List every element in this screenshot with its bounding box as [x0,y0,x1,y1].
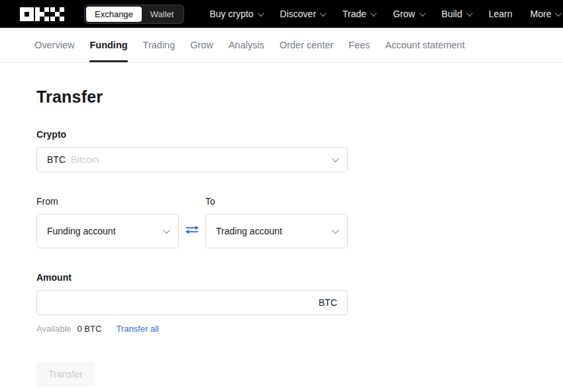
nav-item-label: Buy crypto [209,9,253,19]
swap-accounts-button[interactable] [179,213,205,247]
transfer-page: Transfer Crypto BTC Bitcoin From Funding… [0,63,563,387]
tab-overview[interactable]: Overview [34,28,74,62]
available-label: Available [36,324,72,334]
available-value: 0 BTC [77,324,102,334]
top-nav-menu: Buy crypto Discover Trade Grow Build Lea… [209,9,560,19]
nav-item-label: Trade [342,9,366,19]
nav-item-grow[interactable]: Grow [393,9,423,19]
nav-item-build[interactable]: Build [442,9,471,19]
tab-trading[interactable]: Trading [143,28,176,62]
crypto-name-placeholder: Bitcoin [71,154,99,165]
crypto-symbol: BTC [47,154,66,165]
transfer-submit-button[interactable]: Transfer [36,362,95,387]
amount-currency: BTC [319,297,337,308]
exchange-wallet-toggle: Exchange Wallet [84,5,184,24]
tab-fees[interactable]: Fees [348,28,370,62]
from-label: From [36,196,179,207]
nav-item-trade[interactable]: Trade [342,9,375,19]
tab-order-center[interactable]: Order center [280,28,333,62]
from-account-select[interactable]: Funding account [36,214,179,248]
okx-logo[interactable] [20,7,64,21]
nav-item-label: Grow [393,9,415,19]
amount-input-wrap: BTC [36,290,348,315]
swap-arrows-icon [185,224,199,235]
nav-item-label: Discover [280,9,316,19]
chevron-down-icon [332,155,339,162]
okx-logo-k-glyph [35,7,49,21]
chevron-down-icon [370,10,377,17]
toggle-wallet[interactable]: Wallet [142,7,183,22]
tab-analysis[interactable]: Analysis [229,28,264,62]
amount-label: Amount [36,272,527,283]
crypto-label: Crypto [36,129,527,140]
chevron-down-icon [466,10,473,17]
available-row: Available 0 BTC Transfer all [36,324,527,334]
okx-logo-x-glyph [50,7,64,21]
from-account-value: Funding account [47,226,163,236]
to-account-value: Trading account [216,226,332,236]
chevron-down-icon [320,10,327,17]
to-column: To Trading account [205,196,348,248]
nav-item-label: More [531,9,552,19]
amount-input[interactable] [47,297,313,308]
crypto-select[interactable]: BTC Bitcoin [36,147,348,172]
tab-funding[interactable]: Funding [89,28,127,62]
chevron-down-icon [419,10,426,17]
okx-logo-o-glyph [20,7,34,21]
from-to-section: From Funding account To Trading account [36,196,527,248]
nav-item-learn[interactable]: Learn [489,9,513,19]
nav-item-label: Build [442,9,462,19]
chevron-down-icon [163,226,170,234]
chevron-down-icon [332,226,339,234]
chevron-down-icon [258,10,264,17]
tab-account-statement[interactable]: Account statement [385,28,465,62]
nav-item-more[interactable]: More [531,9,560,19]
amount-section: Amount BTC Available 0 BTC Transfer all [36,272,527,334]
from-column: From Funding account [36,196,179,248]
tab-grow[interactable]: Grow [190,28,213,62]
to-account-select[interactable]: Trading account [205,214,348,248]
account-subnav: Overview Funding Trading Grow Analysis O… [0,28,563,63]
toggle-exchange[interactable]: Exchange [86,7,142,22]
top-navbar: Exchange Wallet Buy crypto Discover Trad… [0,0,563,28]
to-label: To [205,196,348,207]
nav-item-buy-crypto[interactable]: Buy crypto [209,9,262,19]
crypto-section: Crypto BTC Bitcoin [36,129,527,172]
nav-item-discover[interactable]: Discover [280,9,325,19]
nav-item-label: Learn [489,9,513,19]
transfer-all-link[interactable]: Transfer all [116,324,159,334]
chevron-down-icon [555,10,562,17]
page-title: Transfer [36,87,527,107]
